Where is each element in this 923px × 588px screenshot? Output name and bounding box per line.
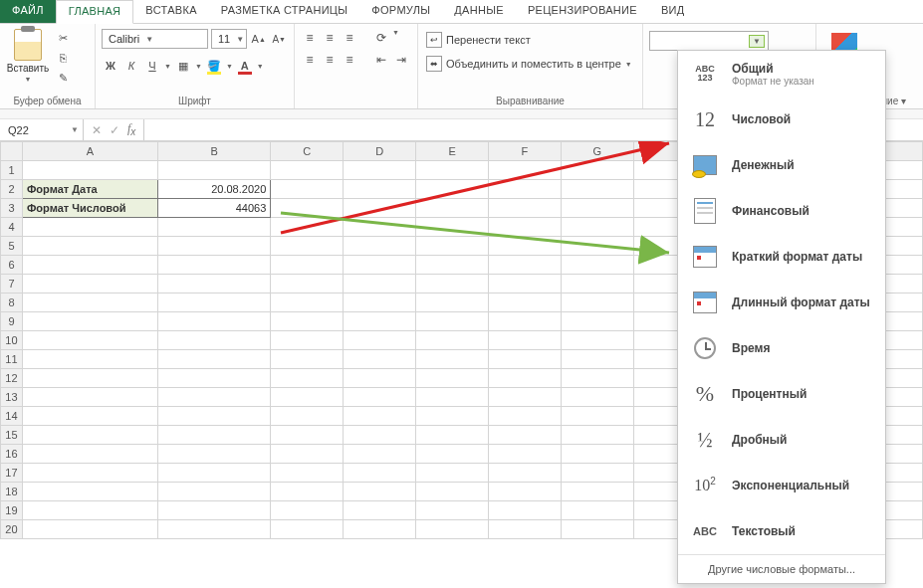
cell-G18[interactable] bbox=[561, 483, 633, 501]
cell-F15[interactable] bbox=[489, 426, 562, 445]
format-option-8[interactable]: ½ Дробный bbox=[678, 417, 885, 463]
format-option-0[interactable]: ABC123 Общий Формат не указан bbox=[678, 51, 885, 97]
cell-B7[interactable] bbox=[157, 275, 270, 294]
cell-C9[interactable] bbox=[271, 312, 344, 331]
cell-G20[interactable] bbox=[561, 520, 633, 539]
row-header-16[interactable]: 16 bbox=[1, 445, 23, 464]
row-header-5[interactable]: 5 bbox=[1, 237, 23, 256]
cell-C16[interactable] bbox=[271, 445, 344, 464]
cell-A15[interactable] bbox=[22, 426, 157, 445]
row-header-17[interactable]: 17 bbox=[1, 464, 23, 483]
cell-E7[interactable] bbox=[416, 275, 489, 294]
cell-A16[interactable] bbox=[22, 445, 157, 464]
cell-B2[interactable]: 20.08.2020 bbox=[157, 180, 270, 199]
cell-F16[interactable] bbox=[489, 445, 562, 464]
cell-C20[interactable] bbox=[271, 520, 344, 539]
cell-D4[interactable] bbox=[344, 218, 416, 237]
row-header-3[interactable]: 3 bbox=[1, 199, 23, 218]
cell-G16[interactable] bbox=[561, 445, 633, 464]
cell-E1[interactable] bbox=[416, 161, 489, 180]
cell-C11[interactable] bbox=[271, 350, 344, 369]
cell-C19[interactable] bbox=[271, 501, 344, 520]
cell-E14[interactable] bbox=[416, 407, 489, 426]
wrap-text-button[interactable]: ↩ Перенести текст bbox=[424, 31, 636, 49]
cell-B1[interactable] bbox=[157, 161, 270, 180]
more-number-formats[interactable]: Другие числовые форматы... bbox=[678, 554, 885, 583]
cell-A20[interactable] bbox=[22, 520, 157, 539]
cell-A12[interactable] bbox=[22, 369, 157, 388]
cell-E13[interactable] bbox=[416, 388, 489, 407]
format-option-7[interactable]: % Процентный bbox=[678, 371, 885, 417]
format-option-10[interactable]: ABC Текстовый bbox=[678, 508, 885, 554]
cell-B15[interactable] bbox=[157, 426, 270, 445]
paste-button[interactable]: Вставить ▼ bbox=[6, 27, 50, 83]
select-all-corner[interactable] bbox=[1, 142, 23, 161]
cell-F10[interactable] bbox=[489, 331, 562, 350]
cell-D2[interactable] bbox=[344, 180, 416, 199]
row-header-18[interactable]: 18 bbox=[1, 483, 23, 501]
cell-G2[interactable] bbox=[561, 180, 633, 199]
cell-A19[interactable] bbox=[22, 501, 157, 520]
underline-button[interactable]: Ч bbox=[143, 57, 161, 75]
row-header-4[interactable]: 4 bbox=[1, 218, 23, 237]
col-header-G[interactable]: G bbox=[561, 142, 633, 161]
orientation-button[interactable]: ⟳ bbox=[372, 29, 390, 47]
cell-F1[interactable] bbox=[489, 161, 562, 180]
cell-C12[interactable] bbox=[271, 369, 344, 388]
cell-E2[interactable] bbox=[416, 180, 489, 199]
cell-A7[interactable] bbox=[22, 275, 157, 294]
cell-D20[interactable] bbox=[344, 520, 416, 539]
cell-B19[interactable] bbox=[157, 501, 270, 520]
format-option-3[interactable]: Финансовый bbox=[678, 188, 885, 234]
cell-G3[interactable] bbox=[561, 199, 633, 218]
cell-B11[interactable] bbox=[157, 350, 270, 369]
cell-A5[interactable] bbox=[22, 237, 157, 256]
copy-button[interactable]: ⎘ bbox=[54, 49, 72, 67]
cell-C15[interactable] bbox=[271, 426, 344, 445]
cell-G1[interactable] bbox=[561, 161, 633, 180]
align-bottom-button[interactable]: ≡ bbox=[341, 29, 358, 47]
cell-D16[interactable] bbox=[344, 445, 416, 464]
cut-button[interactable]: ✂ bbox=[54, 29, 72, 47]
cell-B18[interactable] bbox=[157, 483, 270, 501]
cell-C3[interactable] bbox=[271, 199, 344, 218]
cell-D8[interactable] bbox=[344, 294, 416, 312]
tab-data[interactable]: ДАННЫЕ bbox=[442, 0, 516, 23]
cell-E12[interactable] bbox=[416, 369, 489, 388]
cell-E15[interactable] bbox=[416, 426, 489, 445]
cell-F20[interactable] bbox=[489, 520, 562, 539]
cell-E17[interactable] bbox=[416, 464, 489, 483]
decrease-font-button[interactable]: A▼ bbox=[270, 30, 288, 48]
border-button[interactable]: ▦ bbox=[174, 57, 192, 75]
cell-D19[interactable] bbox=[344, 501, 416, 520]
cell-C6[interactable] bbox=[271, 256, 344, 275]
cell-A8[interactable] bbox=[22, 294, 157, 312]
cell-B10[interactable] bbox=[157, 331, 270, 350]
row-header-13[interactable]: 13 bbox=[1, 388, 23, 407]
row-header-1[interactable]: 1 bbox=[1, 161, 23, 180]
cell-B12[interactable] bbox=[157, 369, 270, 388]
cell-G11[interactable] bbox=[561, 350, 633, 369]
fx-icon[interactable]: fx bbox=[127, 121, 135, 137]
cell-E19[interactable] bbox=[416, 501, 489, 520]
align-left-button[interactable]: ≡ bbox=[301, 51, 319, 69]
cell-A18[interactable] bbox=[22, 483, 157, 501]
cell-G13[interactable] bbox=[561, 388, 633, 407]
cell-G19[interactable] bbox=[561, 501, 633, 520]
cell-F5[interactable] bbox=[489, 237, 562, 256]
cell-E10[interactable] bbox=[416, 331, 489, 350]
format-option-9[interactable]: 102 Экспоненциальный bbox=[678, 463, 885, 508]
align-top-button[interactable]: ≡ bbox=[301, 29, 319, 47]
cell-E4[interactable] bbox=[416, 218, 489, 237]
cell-A17[interactable] bbox=[22, 464, 157, 483]
cell-F19[interactable] bbox=[489, 501, 562, 520]
cell-C7[interactable] bbox=[271, 275, 344, 294]
tab-formulas[interactable]: ФОРМУЛЫ bbox=[359, 0, 442, 23]
cell-D6[interactable] bbox=[344, 256, 416, 275]
row-header-12[interactable]: 12 bbox=[1, 369, 23, 388]
row-header-8[interactable]: 8 bbox=[1, 294, 23, 312]
cell-F12[interactable] bbox=[489, 369, 562, 388]
cell-G8[interactable] bbox=[561, 294, 633, 312]
cell-A3[interactable]: Формат Числовой bbox=[22, 199, 157, 218]
cell-F3[interactable] bbox=[489, 199, 562, 218]
